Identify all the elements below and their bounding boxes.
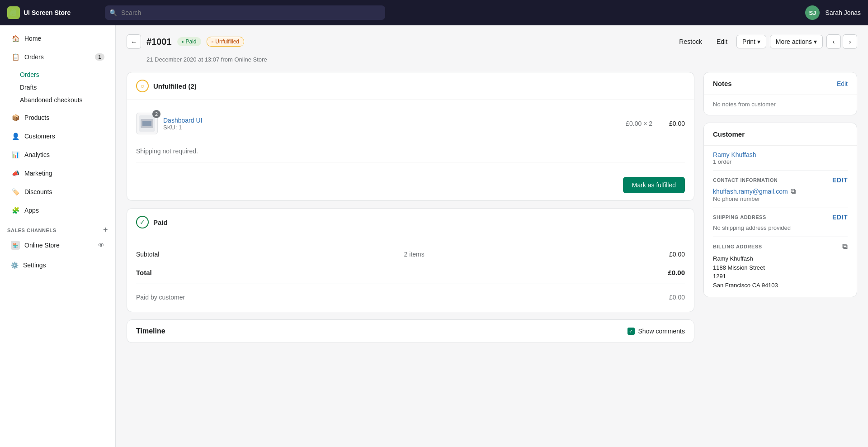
timeline-title: Timeline [136, 327, 165, 335]
billing-apt: 1291 [713, 272, 848, 281]
content-grid: ○ Unfulfilled (2) [127, 72, 857, 350]
contact-edit-button[interactable]: Edit [832, 176, 848, 184]
total-label: Total [136, 269, 152, 276]
billing-address-label: BILLING ADDRESS ⧉ [713, 243, 848, 251]
billing-street: 1188 Mission Street [713, 263, 848, 272]
next-order-button[interactable]: › [843, 34, 857, 49]
customer-phone: No phone number [713, 195, 848, 202]
product-name[interactable]: Dashboard UI [163, 117, 620, 124]
add-channel-button[interactable]: + [103, 225, 108, 235]
notes-title: Notes [713, 80, 732, 87]
sidebar-item-discounts[interactable]: 🏷️ Discounts [4, 183, 112, 201]
sidebar-orders-label: Orders [24, 53, 44, 61]
payment-card-header: ✓ Paid [127, 209, 694, 236]
sidebar-item-apps[interactable]: 🧩 Apps [4, 201, 112, 219]
more-actions-button[interactable]: More actions ▾ [770, 35, 823, 48]
main-content: ← #1001 Paid Unfulfilled Restock Edit Pr… [116, 25, 868, 447]
notes-edit-button[interactable]: Edit [837, 80, 848, 87]
right-panel: Notes Edit No notes from customer Custom… [703, 72, 857, 350]
notes-card: Notes Edit No notes from customer [703, 72, 857, 115]
notes-card-header: Notes Edit [704, 72, 857, 95]
page-actions: Restock Edit Print ▾ More actions ▾ ‹ › [674, 34, 857, 49]
notes-empty: No notes from customer [713, 101, 776, 108]
more-actions-chevron-icon: ▾ [814, 38, 817, 45]
subtotal-items: 2 items [404, 247, 425, 262]
shipping-address-empty: No shipping address provided [713, 224, 848, 231]
sidebar-item-orders[interactable]: 📋 Orders 1 [4, 48, 112, 66]
edit-button[interactable]: Edit [711, 35, 733, 48]
shipping-note: Shipping not required. [136, 140, 685, 162]
product-image-wrap: 2 [136, 113, 158, 134]
avatar: SJ [805, 5, 820, 20]
print-button[interactable]: Print ▾ [736, 35, 766, 48]
nav-arrows: ‹ › [826, 34, 857, 49]
orders-icon: 📋 [11, 52, 20, 62]
paid-icon: ✓ [136, 216, 149, 228]
customer-name-link[interactable]: Ramy Khuffash [713, 151, 848, 158]
contact-info-label: CONTACT INFORMATION Edit [713, 176, 848, 184]
billing-city: San Francisco CA 94103 [713, 281, 848, 290]
unfulfilled-badge: Unfulfilled [207, 37, 245, 47]
timeline-header: Timeline ✓ Show comments [127, 320, 694, 342]
search-bar[interactable]: 🔍 [105, 5, 385, 20]
sidebar-item-settings[interactable]: ⚙️ Settings [4, 257, 112, 273]
back-button[interactable]: ← [127, 34, 141, 49]
sidebar-sub-drafts[interactable]: Drafts [20, 81, 115, 94]
online-store-label: Online Store [24, 242, 60, 249]
unfulfilled-icon: ○ [136, 80, 149, 92]
product-quantity-badge: 2 [152, 110, 160, 118]
discounts-icon: 🏷️ [11, 187, 20, 196]
sidebar-discounts-label: Discounts [24, 188, 52, 195]
unfulfilled-card-header: ○ Unfulfilled (2) [127, 72, 694, 100]
sidebar-sub-orders[interactable]: Orders [20, 68, 115, 81]
copy-billing-icon[interactable]: ⧉ [842, 243, 848, 251]
shopify-logo [7, 6, 20, 19]
show-comments-toggle[interactable]: ✓ Show comments [627, 328, 685, 335]
sidebar-item-products[interactable]: 📦 Products [4, 109, 112, 127]
svg-rect-2 [142, 121, 151, 126]
sales-channels-section: SALES CHANNELS + [0, 220, 115, 237]
chevron-right-icon: › [849, 38, 851, 45]
restock-button[interactable]: Restock [674, 35, 708, 48]
sub-orders-label: Orders [20, 71, 39, 78]
sidebar-home-label: Home [24, 35, 41, 42]
store-name: UI Screen Store [24, 9, 71, 16]
sidebar-item-analytics[interactable]: 📊 Analytics [4, 146, 112, 164]
prev-order-button[interactable]: ‹ [826, 34, 841, 49]
product-unit-price: £0.00 × 2 [626, 120, 652, 127]
payment-card: ✓ Paid Subtotal 2 items £0.00 Total £0.0… [127, 208, 694, 312]
product-total: £0.00 [658, 120, 685, 127]
search-input[interactable] [105, 5, 385, 20]
analytics-icon: 📊 [11, 150, 20, 159]
paid-by-line: Paid by customer £0.00 [136, 288, 685, 304]
sidebar-sub-abandoned[interactable]: Abandoned checkouts [20, 94, 115, 106]
total-line: Total £0.00 [136, 265, 685, 280]
copy-email-icon[interactable]: ⧉ [791, 187, 796, 195]
sidebar-item-home[interactable]: 🏠 Home [4, 29, 112, 48]
billing-address: Ramy Khuffash 1188 Mission Street 1291 S… [713, 254, 848, 290]
shipping-edit-button[interactable]: Edit [832, 214, 848, 221]
sidebar-marketing-label: Marketing [24, 170, 52, 177]
sidebar-customers-label: Customers [24, 133, 55, 140]
unfulfilled-title: Unfulfilled (2) [153, 82, 197, 90]
sidebar-apps-label: Apps [24, 207, 39, 214]
sidebar-item-marketing[interactable]: 📣 Marketing [4, 164, 112, 182]
show-comments-checkbox[interactable]: ✓ [627, 328, 635, 335]
settings-icon: ⚙️ [11, 262, 19, 269]
customer-email[interactable]: khuffash.ramy@gmail.com ⧉ [713, 187, 848, 195]
eye-icon[interactable]: 👁 [98, 242, 104, 249]
mark-fulfilled-button[interactable]: Mark as fulfilled [623, 177, 685, 193]
more-actions-label: More actions [776, 38, 812, 45]
customer-section-title: Customer [713, 130, 745, 138]
paid-by-label: Paid by customer [136, 294, 185, 301]
sidebar-item-online-store[interactable]: 🏪 Online Store 👁 [4, 237, 112, 253]
shipping-address-label: SHIPPING ADDRESS Edit [713, 214, 848, 221]
topnav-right: SJ Sarah Jonas [805, 5, 861, 20]
sidebar-analytics-label: Analytics [24, 151, 50, 158]
subtotal-amount: £0.00 [669, 251, 685, 258]
payment-title: Paid [153, 219, 168, 226]
print-chevron-icon: ▾ [757, 38, 760, 45]
unfulfilled-card: ○ Unfulfilled (2) [127, 72, 694, 201]
chevron-left-icon: ‹ [833, 38, 835, 45]
sidebar-item-customers[interactable]: 👤 Customers [4, 127, 112, 145]
